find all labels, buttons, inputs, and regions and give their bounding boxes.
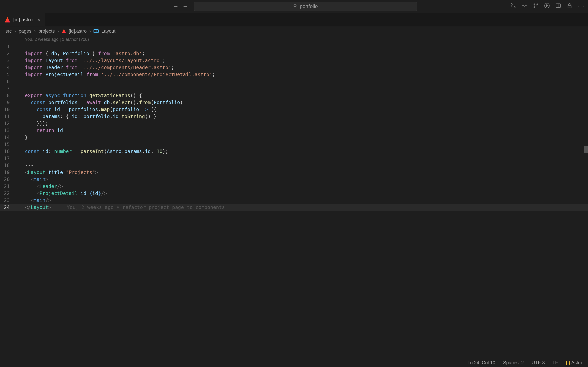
line-number[interactable]: 13 (0, 127, 16, 134)
line-number[interactable]: 8 (0, 92, 16, 99)
breadcrumb-part[interactable]: [id].astro (69, 28, 86, 34)
line-number[interactable]: 3 (0, 57, 16, 64)
code-line[interactable]: 11 params: { id: portfolio.id.toString()… (0, 113, 588, 120)
line-content[interactable]: import Header from '../../components/Hea… (16, 64, 174, 71)
tab-active[interactable]: [id].astro × (0, 13, 45, 26)
line-content[interactable]: const id: number = parseInt(Astro.params… (16, 148, 168, 155)
code-line[interactable]: 6 (0, 78, 588, 85)
blame-annotation[interactable]: You, 2 weeks ago • refactor project page… (67, 204, 225, 210)
code-line[interactable]: 21 <Header/> (0, 183, 588, 190)
line-number[interactable]: 23 (0, 197, 16, 204)
line-content[interactable]: <Layout title="Projects"> (16, 169, 98, 176)
line-content[interactable]: --- (16, 43, 34, 50)
nav-forward-icon[interactable]: → (182, 3, 188, 9)
code-line[interactable]: 4import Header from '../../components/He… (0, 64, 588, 71)
line-number[interactable]: 6 (0, 78, 16, 85)
line-number[interactable]: 12 (0, 120, 16, 127)
line-number[interactable]: 18 (0, 162, 16, 169)
code-line[interactable]: 24</Layout>You, 2 weeks ago • refactor p… (0, 204, 588, 211)
status-eol[interactable]: LF (553, 360, 558, 366)
more-actions-icon[interactable]: ⋯ (578, 3, 584, 10)
status-encoding[interactable]: UTF-8 (532, 360, 545, 366)
line-number[interactable]: 19 (0, 169, 16, 176)
minimap-marker[interactable] (584, 146, 588, 153)
breadcrumb-part[interactable]: pages (19, 28, 31, 34)
line-number[interactable]: 1 (0, 43, 16, 50)
chevron-right-icon: › (89, 28, 91, 34)
line-number[interactable]: 24 (0, 204, 16, 211)
line-number[interactable]: 17 (0, 155, 16, 162)
line-number[interactable]: 9 (0, 99, 16, 106)
code-line[interactable]: 18--- (0, 162, 588, 169)
line-number[interactable]: 11 (0, 113, 16, 120)
line-content[interactable]: </Layout>You, 2 weeks ago • refactor pro… (16, 204, 225, 211)
lock-icon[interactable] (567, 3, 572, 10)
svg-rect-14 (568, 5, 571, 8)
code-line[interactable]: 16const id: number = parseInt(Astro.para… (0, 148, 588, 155)
line-number[interactable]: 16 (0, 148, 16, 155)
line-number[interactable]: 2 (0, 50, 16, 57)
status-language[interactable]: { } Astro (566, 360, 582, 366)
line-number[interactable]: 15 (0, 141, 16, 148)
line-content[interactable]: export async function getStaticPaths() { (16, 92, 142, 99)
status-cursor[interactable]: Ln 24, Col 10 (467, 360, 495, 366)
line-content[interactable]: const id = portfolios.map(portfolio => (… (16, 106, 156, 113)
line-content[interactable]: import ProjectDetail from '../../compone… (16, 71, 215, 78)
code-line[interactable]: 9 const portfolios = await db.select().f… (0, 99, 588, 106)
code-line[interactable]: 2import { db, Portfolio } from 'astro:db… (0, 50, 588, 57)
svg-point-0 (294, 4, 296, 7)
code-line[interactable]: 13 return id (0, 127, 588, 134)
breadcrumb-part[interactable]: projects (38, 28, 55, 34)
split-editor-icon[interactable] (555, 3, 561, 10)
code-line[interactable]: 8export async function getStaticPaths() … (0, 92, 588, 99)
git-commit-icon[interactable] (521, 3, 527, 10)
line-content[interactable]: --- (16, 162, 34, 169)
blame-header[interactable]: You, 2 weeks ago | 1 author (You) (0, 36, 588, 43)
code-line[interactable]: 5import ProjectDetail from '../../compon… (0, 71, 588, 78)
line-number[interactable]: 10 (0, 106, 16, 113)
breadcrumb-part[interactable]: Layout (101, 28, 115, 34)
code-line[interactable]: 15 (0, 141, 588, 148)
line-number[interactable]: 4 (0, 64, 16, 71)
run-icon[interactable] (544, 3, 550, 10)
titlebar-actions: ⋯ (510, 3, 584, 10)
breadcrumb[interactable]: src › pages › projects › [id].astro › La… (0, 26, 588, 36)
svg-point-3 (514, 6, 516, 8)
code-line[interactable]: 1--- (0, 43, 588, 50)
code-line[interactable]: 3import Layout from '../../layouts/Layou… (0, 57, 588, 64)
line-number[interactable]: 21 (0, 183, 16, 190)
code-line[interactable]: 14} (0, 134, 588, 141)
code-line[interactable]: 7 (0, 85, 588, 92)
line-content[interactable]: <Header/> (16, 183, 63, 190)
code-line[interactable]: 12 })); (0, 120, 588, 127)
line-number[interactable]: 22 (0, 190, 16, 197)
line-number[interactable]: 7 (0, 85, 16, 92)
line-content[interactable]: <ProjectDetail id={id}/> (16, 190, 107, 197)
line-content[interactable]: <main/> (16, 197, 51, 204)
line-content[interactable]: })); (16, 120, 48, 127)
line-content[interactable]: } (16, 134, 28, 141)
tab-close-icon[interactable]: × (37, 17, 40, 23)
line-number[interactable]: 14 (0, 134, 16, 141)
code-line[interactable]: 23 <main/> (0, 197, 588, 204)
line-content[interactable]: params: { id: portfolio.id.toString() } (16, 113, 156, 120)
code-line[interactable]: 22 <ProjectDetail id={id}/> (0, 190, 588, 197)
status-indent[interactable]: Spaces: 2 (503, 360, 524, 366)
line-number[interactable]: 20 (0, 176, 16, 183)
line-content[interactable]: import Layout from '../../layouts/Layout… (16, 57, 165, 64)
code-line[interactable]: 17 (0, 155, 588, 162)
breadcrumb-part[interactable]: src (5, 28, 12, 34)
editor[interactable]: 1---2import { db, Portfolio } from 'astr… (0, 43, 588, 211)
nav-back-icon[interactable]: ← (173, 3, 179, 9)
line-content[interactable]: <main> (16, 176, 48, 183)
line-content[interactable]: return id (16, 127, 63, 134)
line-content[interactable]: import { db, Portfolio } from 'astro:db'… (16, 50, 145, 57)
command-center-search[interactable]: portfolio (194, 2, 417, 11)
git-compare-icon[interactable] (510, 3, 516, 10)
code-line[interactable]: 20 <main> (0, 176, 588, 183)
line-content[interactable]: const portfolios = await db.select().fro… (16, 99, 183, 106)
code-line[interactable]: 10 const id = portfolios.map(portfolio =… (0, 106, 588, 113)
git-branch-icon[interactable] (533, 3, 539, 10)
code-line[interactable]: 19<Layout title="Projects"> (0, 169, 588, 176)
line-number[interactable]: 5 (0, 71, 16, 78)
